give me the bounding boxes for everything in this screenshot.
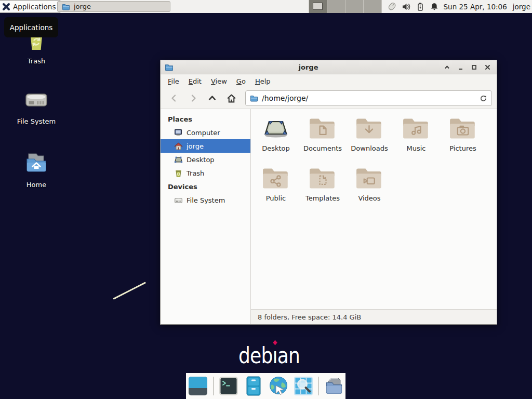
desktop-icon xyxy=(174,155,183,164)
menu-go[interactable]: Go xyxy=(232,75,250,87)
maximize-button[interactable] xyxy=(470,63,477,71)
workspace-4[interactable] xyxy=(364,0,382,13)
sidebar-header-places: Places xyxy=(161,112,250,126)
home-icon xyxy=(174,142,183,151)
top-panel: Applications jorge xyxy=(0,0,532,13)
computer-icon xyxy=(174,128,183,137)
folder-item-templates[interactable]: Templates xyxy=(299,164,346,214)
folder-item-pictures[interactable]: Pictures xyxy=(440,114,486,164)
shade-button[interactable] xyxy=(443,63,450,71)
titlebar[interactable]: jorge xyxy=(161,60,497,74)
folder-item-documents[interactable]: Documents xyxy=(299,114,346,164)
folder-item-videos[interactable]: Videos xyxy=(346,164,393,214)
menu-view[interactable]: View xyxy=(206,75,232,87)
dock xyxy=(186,373,345,399)
desktop-icon-label: File System xyxy=(9,117,63,125)
folder-item-desktop[interactable]: Desktop xyxy=(252,114,299,164)
terminal-icon xyxy=(219,376,238,396)
close-button[interactable] xyxy=(484,63,491,71)
folder-item-public[interactable]: Public xyxy=(252,164,299,214)
desktop-line-artifact xyxy=(113,282,146,299)
clock[interactable]: Sun 25 Apr, 10:06 xyxy=(444,3,507,11)
user-menu[interactable]: jorge xyxy=(513,3,530,11)
dock-separator xyxy=(213,377,214,395)
back-button[interactable] xyxy=(165,90,182,106)
toolbar: /home/jorge/ xyxy=(161,88,497,109)
folder-label: Music xyxy=(407,144,426,152)
reload-icon[interactable] xyxy=(480,95,487,102)
window-title: jorge xyxy=(174,63,443,71)
desktop: Applications jorge xyxy=(0,0,532,399)
folder-item-downloads[interactable]: Downloads xyxy=(346,114,393,164)
sidebar-item-file-system[interactable]: File System xyxy=(161,193,250,207)
workspace-switcher[interactable] xyxy=(309,0,382,13)
menu-help[interactable]: Help xyxy=(250,75,275,87)
volume-icon[interactable] xyxy=(402,2,411,11)
folder-label: Videos xyxy=(358,194,380,202)
file-manager-button[interactable] xyxy=(244,376,263,396)
menubar: File Edit View Go Help xyxy=(161,74,497,88)
taskbar-window-button[interactable]: jorge xyxy=(57,1,170,12)
mouse-icon[interactable] xyxy=(387,2,397,11)
path-folder-icon xyxy=(250,94,258,102)
folder-label: Pictures xyxy=(449,144,476,152)
path-bar[interactable]: /home/jorge/ xyxy=(245,90,492,106)
folder-label: Desktop xyxy=(262,144,290,152)
web-browser-button[interactable] xyxy=(269,376,288,396)
folder-label: Templates xyxy=(305,194,340,202)
sidebar-item-label: Trash xyxy=(187,169,204,177)
music-folder-icon xyxy=(403,117,430,140)
home-button[interactable] xyxy=(223,90,240,106)
window-controls xyxy=(443,63,493,71)
pictures-folder-icon xyxy=(449,117,476,140)
sidebar-header-devices: Devices xyxy=(161,180,250,193)
folder-stack-icon xyxy=(324,376,344,396)
forward-button[interactable] xyxy=(184,90,202,106)
notifications-bell-icon[interactable] xyxy=(430,2,439,11)
folder-shortcut-button[interactable] xyxy=(324,376,344,396)
desktop-icon-home[interactable]: Home xyxy=(9,150,63,189)
minimize-button[interactable] xyxy=(457,63,464,71)
sidebar: Places Computer xyxy=(161,109,251,324)
menu-edit[interactable]: Edit xyxy=(184,75,206,87)
hard-drive-icon xyxy=(23,87,49,113)
sidebar-item-label: File System xyxy=(187,196,225,204)
desktop-icon-file-system[interactable]: File System xyxy=(9,87,63,125)
sidebar-item-label: Desktop xyxy=(187,156,215,164)
terminal-button[interactable] xyxy=(219,376,238,396)
applications-menu-label: Applications xyxy=(13,3,56,11)
sidebar-item-computer[interactable]: Computer xyxy=(161,126,250,139)
home-folder-icon xyxy=(23,150,50,177)
up-button[interactable] xyxy=(204,90,221,106)
desktop-surface-icon xyxy=(262,117,289,140)
icon-view: Desktop Documents xyxy=(251,109,497,309)
sidebar-item-label: Computer xyxy=(187,129,220,137)
app-finder-button[interactable] xyxy=(294,376,313,396)
folder-item-music[interactable]: Music xyxy=(393,114,440,164)
file-cabinet-icon xyxy=(244,376,263,396)
show-desktop-button[interactable] xyxy=(188,376,208,396)
sidebar-item-jorge[interactable]: jorge xyxy=(161,139,250,153)
documents-folder-icon xyxy=(309,117,336,140)
menu-file[interactable]: File xyxy=(163,75,184,87)
applications-tooltip: Applications xyxy=(4,17,58,37)
web-browser-globe-icon xyxy=(269,376,288,396)
desktop-icon-label: Trash xyxy=(9,57,63,65)
battery-icon[interactable] xyxy=(416,2,425,11)
debian-logo: debıan xyxy=(238,343,300,368)
videos-folder-icon xyxy=(356,167,383,190)
folder-label: Public xyxy=(266,194,286,202)
path-text[interactable]: /home/jorge/ xyxy=(262,94,476,102)
taskbar-window-label: jorge xyxy=(74,3,91,10)
public-folder-icon xyxy=(262,167,289,190)
folder-icon xyxy=(62,3,70,11)
window-folder-icon xyxy=(165,63,174,72)
trash-icon xyxy=(174,169,183,178)
folder-label: Documents xyxy=(303,144,342,152)
workspace-1[interactable] xyxy=(309,0,327,13)
workspace-3[interactable] xyxy=(345,0,364,13)
sidebar-item-desktop[interactable]: Desktop xyxy=(161,153,250,166)
applications-menu-button[interactable]: Applications xyxy=(0,0,61,13)
sidebar-item-trash[interactable]: Trash xyxy=(161,166,250,180)
workspace-2[interactable] xyxy=(327,0,345,13)
